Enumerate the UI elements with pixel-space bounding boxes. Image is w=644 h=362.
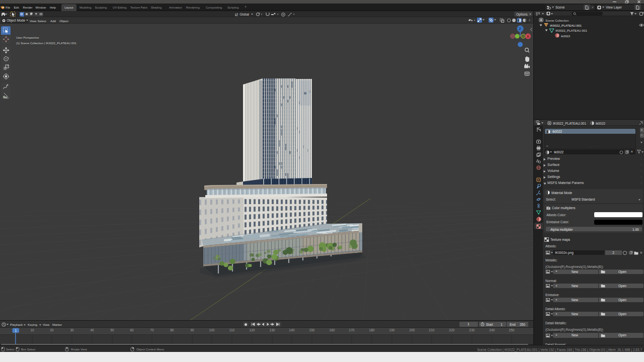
svg-text:50: 50	[110, 328, 114, 332]
svg-text:190: 190	[389, 328, 395, 332]
svg-text:120: 120	[250, 328, 255, 332]
svg-text:240: 240	[490, 328, 495, 332]
svg-text:200: 200	[410, 328, 415, 332]
svg-text:130: 130	[270, 328, 275, 332]
svg-text:210: 210	[429, 328, 435, 332]
svg-text:180: 180	[369, 328, 375, 332]
svg-text:20: 20	[50, 328, 54, 332]
svg-text:140: 140	[289, 328, 295, 332]
svg-text:250: 250	[509, 328, 515, 332]
svg-text:Z: Z	[519, 27, 521, 31]
svg-text:170: 170	[349, 328, 355, 332]
svg-text:100: 100	[209, 328, 215, 332]
svg-text:150: 150	[309, 328, 315, 332]
svg-text:60: 60	[130, 328, 134, 332]
svg-text:80: 80	[170, 328, 174, 332]
svg-text:160: 160	[330, 328, 335, 332]
svg-text:X: X	[527, 34, 529, 39]
svg-text:10: 10	[30, 328, 34, 332]
svg-text:40: 40	[90, 328, 94, 332]
svg-text:1: 1	[15, 329, 17, 332]
svg-text:90: 90	[190, 328, 194, 332]
svg-text:230: 230	[469, 328, 475, 332]
svg-text:110: 110	[229, 328, 235, 332]
svg-text:30: 30	[70, 328, 74, 332]
svg-text:220: 220	[449, 328, 455, 332]
svg-text:70: 70	[150, 328, 154, 332]
svg-text:M: M	[304, 92, 306, 95]
